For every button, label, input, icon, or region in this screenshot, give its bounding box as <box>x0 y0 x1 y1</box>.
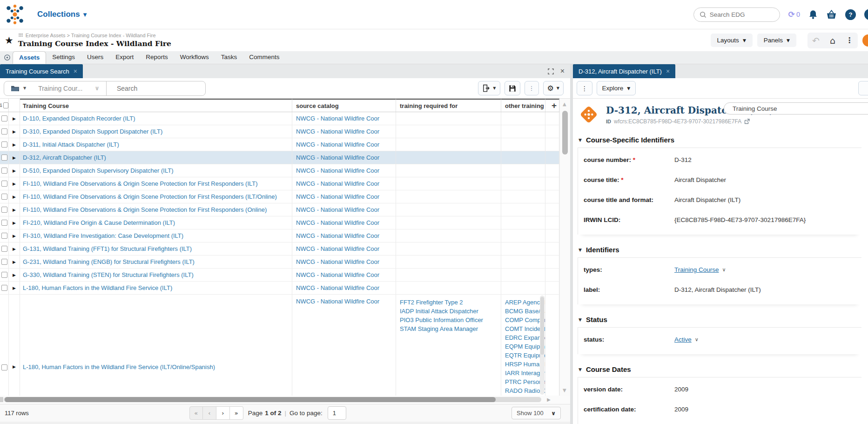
add-column-button[interactable]: + <box>552 101 557 111</box>
explore-button[interactable]: Explore ▼ <box>597 81 636 95</box>
row-checkbox[interactable] <box>1 272 7 278</box>
collapse-section-icon[interactable]: ▼ <box>579 138 582 142</box>
row-checkbox[interactable] <box>1 168 7 174</box>
source-catalog-link[interactable]: NWCG - National Wildfire Coor <box>296 193 379 200</box>
last-page-button[interactable]: » <box>230 406 243 420</box>
table-row[interactable]: ▶D-510, Expanded Dispatch Supervisory Di… <box>0 164 570 177</box>
other-training-item[interactable]: BCMG Base/Ca <box>505 307 545 316</box>
view-lens-icon[interactable] <box>1 51 13 64</box>
course-link[interactable]: FI-210, Wildland Fire Origin & Cause Det… <box>23 219 175 226</box>
tab-export[interactable]: Export <box>109 51 140 64</box>
required-for-item[interactable]: IADP Initial Attack Dispatcher <box>400 307 483 316</box>
table-row[interactable]: ▶G-330, Wildland Training (STEN) for Str… <box>0 269 570 282</box>
source-catalog-link[interactable]: NWCG - National Wildfire Coor <box>296 141 379 148</box>
row-expander-icon[interactable]: ▶ <box>13 116 16 121</box>
course-link[interactable]: G-330, Wildland Training (STEN) for Stru… <box>23 271 194 278</box>
row-expander-icon[interactable]: ▶ <box>13 273 16 277</box>
table-row[interactable]: ▶D-110, Expanded Dispatch Recorder (ILT)… <box>0 112 570 125</box>
scrollbar-thumb[interactable] <box>5 397 496 402</box>
source-catalog-link[interactable]: NWCG - National Wildfire Coor <box>296 271 379 278</box>
row-expander-icon[interactable]: ▶ <box>13 142 16 147</box>
source-catalog-link[interactable]: NWCG - National Wildfire Coor <box>296 232 379 239</box>
table-row[interactable]: ▶D-310, Expanded Dispatch Support Dispat… <box>0 125 570 138</box>
course-link[interactable]: D-312, Aircraft Dispatcher (ILT) <box>23 154 106 161</box>
row-expander-icon[interactable]: ▶ <box>13 364 16 369</box>
course-link[interactable]: FI-110, Wildland Fire Observations & Ori… <box>23 206 267 213</box>
course-link[interactable]: G-131, Wildland Training (FFT1) for Stru… <box>23 245 192 252</box>
tab-reports[interactable]: Reports <box>140 51 174 64</box>
more-options-icon[interactable]: ⋮ <box>841 33 858 48</box>
other-training-item[interactable]: RADO Radio Op <box>505 386 545 395</box>
table-row[interactable]: ▶D-312, Aircraft Dispatcher (ILT)NWCG - … <box>0 151 570 164</box>
prev-page-button[interactable]: ‹ <box>203 406 216 420</box>
source-catalog-link[interactable]: NWCG - National Wildfire Coor <box>296 154 379 161</box>
row-checkbox[interactable] <box>1 128 7 135</box>
tab-users[interactable]: Users <box>81 51 109 64</box>
close-tab-icon[interactable]: × <box>74 67 77 75</box>
collapse-section-icon[interactable]: ▼ <box>579 367 582 372</box>
row-checkbox[interactable] <box>1 220 7 226</box>
column-header-source-catalog[interactable]: source catalog <box>292 99 396 112</box>
source-catalog-link[interactable]: NWCG - National Wildfire Coor <box>296 219 379 226</box>
tab-tasks[interactable]: Tasks <box>215 51 243 64</box>
close-pane-icon[interactable]: × <box>560 67 565 75</box>
close-tab-icon[interactable]: × <box>666 67 670 75</box>
scrollbar-thumb[interactable] <box>562 111 568 155</box>
course-link[interactable]: D-310, Expanded Dispatch Support Dispatc… <box>23 128 162 135</box>
table-row-tall[interactable]: ▶ L-180, Human Factors in the Wildland F… <box>0 295 570 396</box>
tab-asset-detail[interactable]: D-312, Aircraft Dispatcher (ILT) × <box>573 64 675 78</box>
source-catalog-link[interactable]: NWCG - National Wildfire Coor <box>296 128 379 135</box>
required-for-item[interactable]: FFT2 Firefighter Type 2 <box>400 298 483 307</box>
row-expander-icon[interactable]: ▶ <box>13 182 16 186</box>
workflow-badge[interactable] <box>862 34 868 47</box>
course-link[interactable]: D-510, Expanded Dispatch Supervisory Dis… <box>23 167 173 174</box>
required-for-item[interactable]: STAM Staging Area Manager <box>400 324 483 333</box>
source-catalog-link[interactable]: NWCG - National Wildfire Coor <box>296 180 379 187</box>
collections-menu[interactable]: Collections ▼ <box>37 10 87 19</box>
tab-assets[interactable]: Assets <box>13 51 46 64</box>
row-expander-icon[interactable]: ▶ <box>13 168 16 173</box>
other-training-item[interactable]: IARR Interagen <box>505 369 545 377</box>
other-training-item[interactable]: HRSP Human R <box>505 360 545 369</box>
tab-settings[interactable]: Settings <box>46 51 81 64</box>
expand-pane-icon[interactable] <box>548 68 554 74</box>
field-value-link[interactable]: Training Course <box>674 266 719 273</box>
row-expander-icon[interactable]: ▶ <box>13 234 16 238</box>
required-for-item[interactable]: PIO3 Public Information Officer <box>400 316 483 324</box>
chevron-down-icon[interactable]: ∨ <box>722 267 726 273</box>
row-expander-icon[interactable]: ▶ <box>13 129 16 134</box>
table-horizontal-scrollbar[interactable]: ▶ <box>0 396 570 404</box>
collapse-section-icon[interactable]: ▼ <box>579 248 582 252</box>
page-size-select[interactable]: Show 100 ∨ <box>511 407 561 419</box>
source-catalog-link[interactable]: NWCG - National Wildfire Coor <box>296 298 379 305</box>
row-expander-icon[interactable]: ▶ <box>13 286 16 290</box>
table-row[interactable]: ▶D-311, Initial Attack Dispatcher (ILT)N… <box>0 138 570 151</box>
source-catalog-link[interactable]: NWCG - National Wildfire Coor <box>296 245 379 252</box>
course-link[interactable]: G-231, Wildland Training (ENGB) for Stru… <box>23 258 195 265</box>
cell-scrollbar[interactable] <box>540 296 545 395</box>
layouts-button[interactable]: Layouts ▼ <box>711 34 753 47</box>
external-link-icon[interactable] <box>744 119 750 124</box>
row-checkbox[interactable] <box>1 246 7 252</box>
other-training-item[interactable]: EQPM Equipme <box>505 342 545 351</box>
table-search-input[interactable] <box>117 85 201 92</box>
course-link[interactable]: D-110, Expanded Dispatch Recorder (ILT) <box>23 115 135 122</box>
table-row[interactable]: ▶FI-110, Wildland Fire Observations & Or… <box>0 203 570 216</box>
course-link[interactable]: D-311, Initial Attack Dispatcher (ILT) <box>23 141 119 148</box>
table-vertical-scrollbar[interactable]: ▲ ▼ <box>559 99 570 396</box>
other-training-item[interactable]: EDRC Expande <box>505 333 545 342</box>
table-row[interactable]: ▶FI-110, Wildland Fire Observations & Or… <box>0 177 570 190</box>
row-expander-icon[interactable]: ▶ <box>13 208 16 212</box>
collapse-section-icon[interactable]: ▼ <box>579 317 582 322</box>
row-checkbox[interactable] <box>1 141 7 148</box>
table-row[interactable]: ▶FI-110, Wildland Fire Observations & Or… <box>0 190 570 203</box>
select-all-checkbox[interactable] <box>3 102 8 108</box>
row-expander-icon[interactable]: ▶ <box>13 221 16 225</box>
save-button[interactable] <box>505 81 520 95</box>
source-catalog-link[interactable]: NWCG - National Wildfire Coor <box>296 206 379 213</box>
table-row[interactable]: ▶FI-310, Wildland Fire Investigation: Ca… <box>0 229 570 242</box>
course-link[interactable]: L-180, Human Factors in the Wildland Fir… <box>23 363 215 370</box>
breadcrumb[interactable]: Enterprise Assets > Training Course Inde… <box>18 33 171 38</box>
course-link[interactable]: L-180, Human Factors in the Wildland Fir… <box>23 284 172 291</box>
row-checkbox[interactable] <box>1 364 7 370</box>
